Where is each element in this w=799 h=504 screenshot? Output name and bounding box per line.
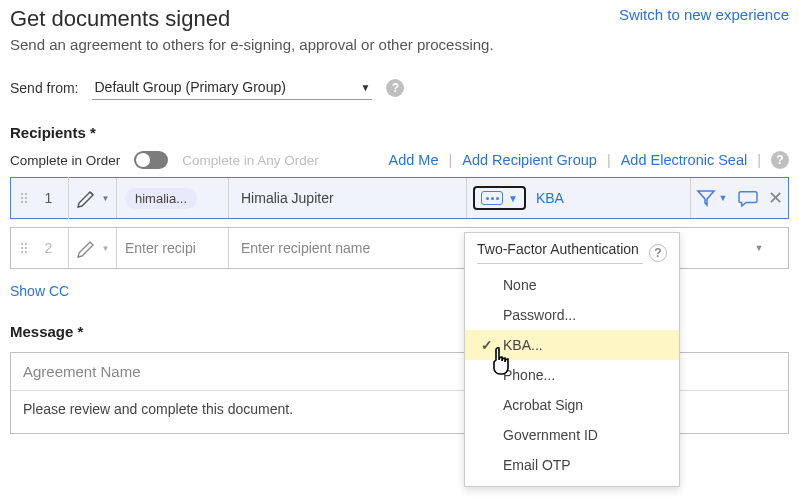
chevron-down-icon[interactable]: ▼ [755, 243, 764, 253]
recipient-role-select[interactable]: ▼ [69, 178, 117, 218]
add-recipient-group-link[interactable]: Add Recipient Group [462, 152, 597, 168]
recipient-role-select[interactable]: ▼ [69, 228, 117, 268]
complete-any-order-label: Complete in Any Order [182, 153, 319, 168]
page-subtitle: Send an agreement to others for e-signin… [10, 36, 789, 53]
auth-method-label: KBA [536, 190, 564, 206]
pen-icon [76, 187, 100, 209]
chevron-down-icon: ▼ [361, 82, 371, 93]
remove-recipient-icon[interactable]: ✕ [768, 187, 783, 209]
chevron-down-icon: ▼ [102, 244, 110, 253]
drag-handle-icon[interactable] [11, 243, 29, 253]
help-icon[interactable]: ? [771, 151, 789, 169]
password-field-icon [481, 191, 503, 205]
auth-option-email-otp[interactable]: Email OTP [465, 450, 679, 480]
recipient-row[interactable]: 1 ▼ himalia... Himalia Jupiter ▼ KBA ▼ ✕ [10, 177, 789, 219]
auth-option-acrobat-sign[interactable]: Acrobat Sign [465, 390, 679, 420]
recipient-email-input[interactable]: Enter recipi [117, 228, 229, 268]
recipient-number: 1 [29, 177, 69, 219]
switch-experience-link[interactable]: Switch to new experience [619, 6, 789, 23]
auth-dropdown-title: Two-Factor Authentication [477, 241, 643, 264]
help-icon[interactable]: ? [386, 79, 404, 97]
help-icon[interactable]: ? [649, 244, 667, 262]
chevron-down-icon[interactable]: ▼ [718, 193, 727, 203]
send-from-label: Send from: [10, 80, 78, 96]
auth-option-password[interactable]: Password... [465, 300, 679, 330]
recipient-auth: ▼ KBA [466, 178, 690, 218]
page-title: Get documents signed [10, 6, 230, 32]
order-toggle[interactable] [134, 151, 168, 169]
message-icon[interactable] [738, 189, 758, 207]
pen-icon [76, 237, 100, 259]
add-electronic-seal-link[interactable]: Add Electronic Seal [621, 152, 748, 168]
recipients-label: Recipients * [10, 124, 789, 141]
recipient-name-input[interactable]: Enter recipient name [229, 240, 466, 256]
auth-option-government-id[interactable]: Government ID [465, 420, 679, 450]
recipient-name[interactable]: Himalia Jupiter [229, 190, 466, 206]
cursor-pointer-icon [490, 346, 516, 382]
send-from-select[interactable]: Default Group (Primary Group) ▼ [92, 75, 372, 100]
chevron-down-icon: ▼ [102, 194, 110, 203]
auth-method-button[interactable]: ▼ [473, 186, 526, 210]
drag-handle-icon[interactable] [11, 193, 29, 203]
recipient-email[interactable]: himalia... [117, 178, 229, 218]
auth-option-none[interactable]: None [465, 270, 679, 300]
send-from-value: Default Group (Primary Group) [94, 79, 285, 95]
email-chip[interactable]: himalia... [125, 188, 197, 209]
chevron-down-icon: ▼ [508, 193, 518, 204]
filter-icon[interactable] [696, 189, 716, 207]
complete-in-order-label: Complete in Order [10, 153, 120, 168]
add-me-link[interactable]: Add Me [389, 152, 439, 168]
email-placeholder: Enter recipi [125, 240, 196, 256]
recipient-number: 2 [29, 227, 69, 269]
